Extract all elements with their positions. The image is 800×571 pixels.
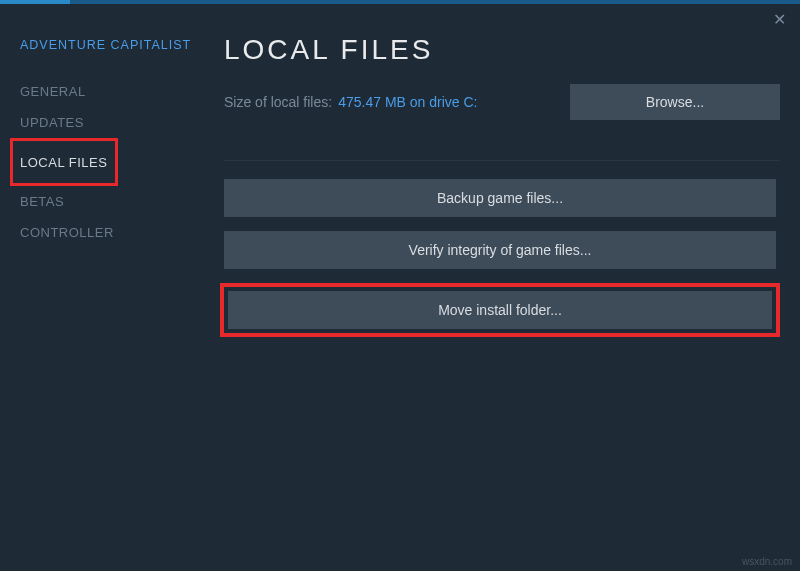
- sidebar-item-general[interactable]: GENERAL: [20, 76, 86, 107]
- sidebar-item-betas[interactable]: BETAS: [20, 186, 64, 217]
- size-value: 475.47 MB on drive C:: [338, 94, 477, 110]
- main-panel: LOCAL FILES Size of local files: 475.47 …: [212, 4, 800, 571]
- sidebar-item-updates[interactable]: UPDATES: [20, 107, 84, 138]
- verify-button[interactable]: Verify integrity of game files...: [224, 231, 776, 269]
- move-install-button[interactable]: Move install folder...: [228, 291, 772, 329]
- watermark: wsxdn.com: [742, 556, 792, 567]
- browse-button[interactable]: Browse...: [570, 84, 780, 120]
- page-title: LOCAL FILES: [224, 34, 780, 66]
- close-icon[interactable]: ✕: [773, 10, 786, 29]
- sidebar: ADVENTURE CAPITALIST GENERAL UPDATES LOC…: [0, 4, 212, 571]
- backup-button[interactable]: Backup game files...: [224, 179, 776, 217]
- sidebar-item-controller[interactable]: CONTROLLER: [20, 217, 114, 248]
- divider: [224, 160, 780, 161]
- app-title: ADVENTURE CAPITALIST: [20, 38, 212, 52]
- sidebar-item-local-files[interactable]: LOCAL FILES: [20, 147, 107, 178]
- size-label: Size of local files:: [224, 94, 332, 110]
